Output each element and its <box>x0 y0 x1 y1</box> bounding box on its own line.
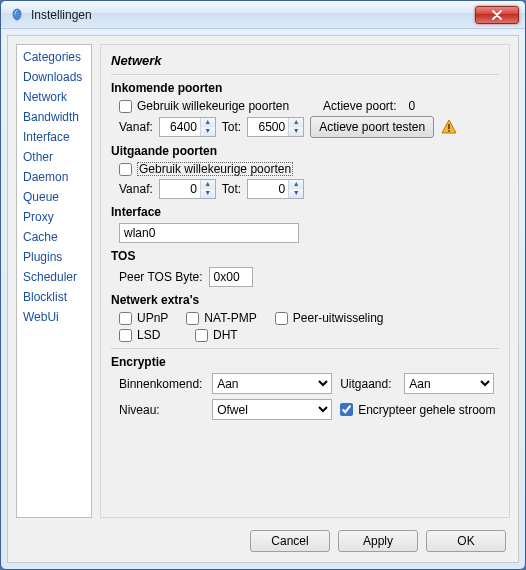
titlebar[interactable]: Instellingen <box>1 1 525 29</box>
tos-label: Peer TOS Byte: <box>119 270 203 284</box>
incoming-random-input[interactable] <box>119 100 132 113</box>
enc-level-label: Niveau: <box>119 403 204 417</box>
sidebar-item-network[interactable]: Network <box>17 87 91 107</box>
dht-checkbox[interactable]: DHT <box>195 328 238 342</box>
pex-checkbox[interactable]: Peer-uitwisseling <box>275 311 384 325</box>
incoming-to-spin[interactable]: ▲▼ <box>247 117 304 137</box>
sidebar-item-blocklist[interactable]: Blocklist <box>17 287 91 307</box>
interface-heading: Interface <box>111 205 499 219</box>
outgoing-random-label: Gebruik willekeurige poorten <box>137 162 293 176</box>
sidebar-item-cache[interactable]: Cache <box>17 227 91 247</box>
page-title: Netwerk <box>111 49 499 75</box>
outgoing-random-input[interactable] <box>119 163 132 176</box>
svg-rect-0 <box>448 124 450 129</box>
sidebar-item-scheduler[interactable]: Scheduler <box>17 267 91 287</box>
incoming-random-label: Gebruik willekeurige poorten <box>137 99 289 113</box>
cancel-button[interactable]: Cancel <box>250 530 330 552</box>
encryption-heading: Encryptie <box>111 355 499 369</box>
spin-up-icon[interactable]: ▲ <box>289 180 303 189</box>
separator <box>111 348 499 349</box>
ok-button[interactable]: OK <box>426 530 506 552</box>
outgoing-from-input[interactable] <box>160 180 200 198</box>
settings-window: Instellingen Categories Downloads Networ… <box>0 0 526 570</box>
enc-incoming-combo[interactable]: Aan <box>212 373 332 394</box>
outgoing-random-checkbox[interactable]: Gebruik willekeurige poorten <box>119 162 293 176</box>
tos-input[interactable] <box>209 267 253 287</box>
incoming-from-label: Vanaf: <box>119 120 153 134</box>
svg-rect-1 <box>448 130 450 132</box>
outgoing-heading: Uitgaande poorten <box>111 144 499 158</box>
warning-icon <box>440 118 458 136</box>
sidebar-item-queue[interactable]: Queue <box>17 187 91 207</box>
spin-up-icon[interactable]: ▲ <box>289 118 303 127</box>
interface-input[interactable] <box>119 223 299 243</box>
outgoing-to-spin[interactable]: ▲▼ <box>247 179 304 199</box>
close-icon <box>492 10 502 20</box>
sidebar-item-downloads[interactable]: Downloads <box>17 67 91 87</box>
sidebar-item-interface[interactable]: Interface <box>17 127 91 147</box>
sidebar-item-plugins[interactable]: Plugins <box>17 247 91 267</box>
spin-down-icon[interactable]: ▼ <box>201 127 215 136</box>
active-port-label: Actieve poort: <box>323 99 396 113</box>
outgoing-to-input[interactable] <box>248 180 288 198</box>
sidebar-item-other[interactable]: Other <box>17 147 91 167</box>
test-port-button[interactable]: Actieve poort testen <box>310 116 434 138</box>
sidebar-item-proxy[interactable]: Proxy <box>17 207 91 227</box>
upnp-checkbox[interactable]: UPnP <box>119 311 168 325</box>
close-button[interactable] <box>475 6 519 24</box>
incoming-random-checkbox[interactable]: Gebruik willekeurige poorten <box>119 99 289 113</box>
app-icon <box>9 7 25 23</box>
sidebar-item-categories[interactable]: Categories <box>17 47 91 67</box>
outgoing-from-spin[interactable]: ▲▼ <box>159 179 216 199</box>
spin-up-icon[interactable]: ▲ <box>201 118 215 127</box>
enc-outgoing-combo[interactable]: Aan <box>404 373 494 394</box>
natpmp-checkbox[interactable]: NAT-PMP <box>186 311 256 325</box>
dialog-body: Categories Downloads Network Bandwidth I… <box>7 35 519 563</box>
spin-up-icon[interactable]: ▲ <box>201 180 215 189</box>
enc-level-combo[interactable]: Ofwel <box>212 399 332 420</box>
incoming-from-input[interactable] <box>160 118 200 136</box>
enc-fullstream-input[interactable] <box>340 403 353 416</box>
enc-fullstream-checkbox[interactable]: Encrypteer gehele stroom <box>340 403 499 417</box>
window-title: Instellingen <box>31 8 475 22</box>
lsd-checkbox[interactable]: LSD <box>119 328 177 342</box>
dialog-footer: Cancel Apply OK <box>8 522 518 562</box>
sidebar-item-webui[interactable]: WebUi <box>17 307 91 327</box>
spin-down-icon[interactable]: ▼ <box>289 189 303 198</box>
incoming-to-input[interactable] <box>248 118 288 136</box>
main-panel: Netwerk Inkomende poorten Gebruik willek… <box>100 44 510 518</box>
incoming-from-spin[interactable]: ▲▼ <box>159 117 216 137</box>
apply-button[interactable]: Apply <box>338 530 418 552</box>
tos-heading: TOS <box>111 249 499 263</box>
outgoing-to-label: Tot: <box>222 182 241 196</box>
sidebar-item-daemon[interactable]: Daemon <box>17 167 91 187</box>
enc-incoming-label: Binnenkomend: <box>119 377 204 391</box>
spin-down-icon[interactable]: ▼ <box>289 127 303 136</box>
category-sidebar: Categories Downloads Network Bandwidth I… <box>16 44 92 518</box>
outgoing-from-label: Vanaf: <box>119 182 153 196</box>
sidebar-item-bandwidth[interactable]: Bandwidth <box>17 107 91 127</box>
spin-down-icon[interactable]: ▼ <box>201 189 215 198</box>
enc-outgoing-label: Uitgaand: <box>340 377 396 391</box>
incoming-to-label: Tot: <box>222 120 241 134</box>
active-port-value: 0 <box>408 99 415 113</box>
incoming-heading: Inkomende poorten <box>111 81 499 95</box>
extras-heading: Netwerk extra's <box>111 293 499 307</box>
